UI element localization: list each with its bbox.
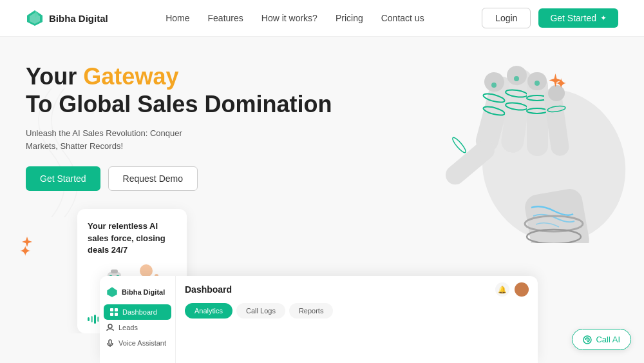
- svg-rect-42: [115, 313, 118, 316]
- svg-point-37: [535, 81, 540, 86]
- tab-call-logs[interactable]: Call Logs: [236, 303, 285, 319]
- call-ai-button[interactable]: + Call AI: [572, 329, 631, 350]
- dashboard-sidebar: Bibha Digital Dashboard Leads Voice Assi…: [100, 276, 176, 363]
- svg-point-36: [514, 76, 519, 81]
- svg-rect-41: [110, 313, 113, 316]
- hero-title-line1: Your Gateway: [26, 63, 332, 90]
- dashboard-title: Dashboard: [185, 284, 232, 295]
- sidebar-item-dashboard[interactable]: Dashboard: [104, 304, 171, 320]
- nav-links: Home Features How it works? Pricing Cont…: [166, 12, 424, 24]
- leads-icon: [106, 324, 114, 331]
- svg-rect-44: [109, 340, 111, 344]
- ai-card-text: Your relentless AI sales force, closing …: [88, 221, 176, 256]
- tab-reports[interactable]: Reports: [289, 303, 334, 319]
- robot-hand-svg: [335, 37, 644, 243]
- svg-point-35: [491, 83, 497, 88]
- call-ai-icon: +: [583, 335, 592, 344]
- login-button[interactable]: Login: [482, 8, 531, 28]
- robot-hand-illustration: [335, 37, 644, 243]
- dashboard-logo-icon: [106, 286, 118, 298]
- nav-home[interactable]: Home: [166, 12, 189, 24]
- nav-features[interactable]: Features: [208, 12, 243, 24]
- hero-buttons: Get Started Request Demo: [26, 166, 332, 191]
- logo: Bibha Digital: [26, 9, 108, 27]
- hero-subtitle: Unleash the AI Sales Revolution: Conquer…: [26, 127, 213, 152]
- nav-pricing[interactable]: Pricing: [336, 12, 363, 24]
- svg-point-12: [140, 264, 153, 277]
- nav-contact[interactable]: Contact us: [381, 12, 424, 24]
- dashboard-header: Dashboard 🔔: [185, 282, 529, 297]
- nav-how-it-works[interactable]: How it works?: [261, 12, 317, 24]
- svg-point-32: [451, 136, 467, 154]
- hero-title-line2: To Global Sales Domination: [26, 90, 332, 118]
- svg-rect-39: [110, 308, 113, 311]
- svg-marker-38: [107, 287, 117, 297]
- logo-text: Bibha Digital: [49, 13, 108, 24]
- dashboard-tabs: Analytics Call Logs Reports: [185, 303, 529, 319]
- voice-assistant-icon: [106, 339, 114, 347]
- navbar: Bibha Digital Home Features How it works…: [0, 0, 644, 37]
- dashboard-logo-text: Bibha Digital: [122, 288, 165, 296]
- request-demo-button[interactable]: Request Demo: [108, 166, 198, 191]
- gateway-text: Gateway: [83, 63, 178, 90]
- dashboard-header-icons: 🔔: [495, 282, 529, 297]
- svg-rect-4: [111, 270, 118, 273]
- hero-get-started-button[interactable]: Get Started: [26, 166, 100, 191]
- sidebar-item-leads[interactable]: Leads: [100, 320, 175, 335]
- tab-analytics[interactable]: Analytics: [185, 303, 232, 319]
- dashboard-icon: [110, 308, 118, 316]
- logo-icon: [26, 9, 44, 27]
- dashboard-preview: Bibha Digital Dashboard Leads Voice Assi…: [100, 276, 538, 363]
- arrow-icon: ✦: [600, 14, 607, 23]
- sidebar-item-voice-assistant[interactable]: Voice Assistant: [100, 335, 175, 351]
- notification-bell[interactable]: 🔔: [495, 282, 509, 297]
- star-svg-1: [547, 72, 564, 88]
- dashboard-main: Dashboard 🔔 Analytics Call Logs Reports: [176, 276, 538, 363]
- nav-actions: Login Get Started ✦: [482, 8, 618, 28]
- user-avatar[interactable]: [515, 282, 529, 297]
- star-svg-2: [21, 235, 33, 248]
- dashboard-logo: Bibha Digital: [100, 282, 175, 304]
- svg-rect-40: [115, 308, 118, 311]
- svg-point-43: [108, 324, 112, 328]
- nav-get-started-button[interactable]: Get Started ✦: [538, 8, 618, 28]
